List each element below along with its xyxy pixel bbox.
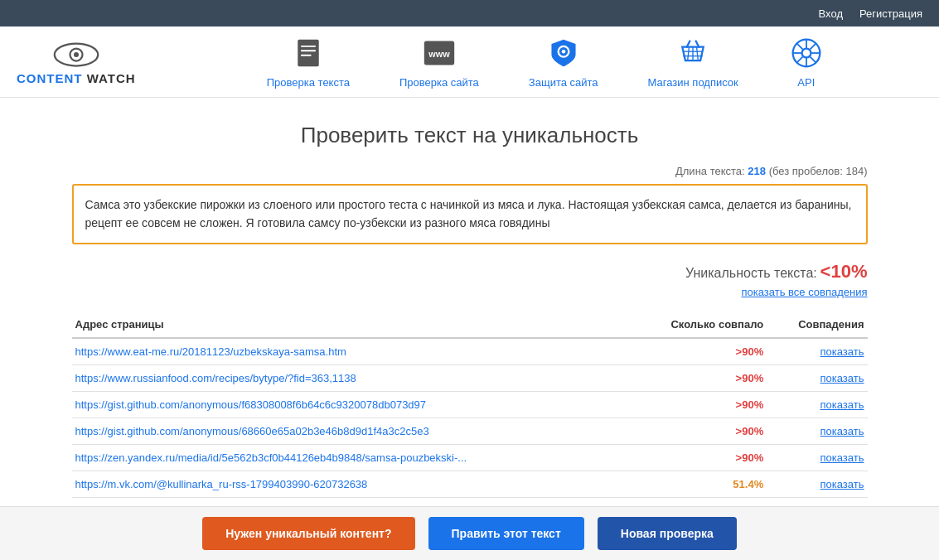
table-row: https://gist.github.com/anonymous/f68308… [72,391,868,418]
svg-rect-4 [301,46,316,47]
header: CONTENT WATCH Проверка текста www [0,27,939,98]
svg-line-24 [810,43,816,49]
doc-icon [290,35,327,71]
col-matches-header: Совпадения [767,311,867,338]
svg-text:www: www [428,49,450,59]
url-link[interactable]: https://gist.github.com/anonymous/f68308… [75,398,427,411]
nav-protect-site[interactable]: Защита сайта [529,35,598,89]
shield-icon [545,35,582,71]
nav-api[interactable]: API [788,35,825,89]
show-match-link[interactable]: показать [820,398,864,411]
logo[interactable]: CONTENT WATCH [17,38,136,85]
table-row: https://www.russianfood.com/recipes/byty… [72,364,868,391]
basket-icon [675,35,711,71]
page-title: Проверить текст на уникальность [72,123,868,148]
svg-rect-6 [301,55,312,56]
svg-rect-5 [301,50,316,51]
uniqueness-row: Уникальность текста: <10% [72,261,868,282]
register-link[interactable]: Регистрация [859,7,922,20]
svg-line-15 [697,47,699,60]
btn-unique-content[interactable]: Нужен уникальный контент? [202,517,414,550]
show-match-link[interactable]: показать [820,478,864,490]
url-link[interactable]: https://www.russianfood.com/recipes/byty… [75,372,356,384]
match-pct: >90% [736,345,764,358]
btn-edit-text[interactable]: Править этот текст [428,517,584,550]
nav-check-text[interactable]: Проверка текста [267,35,350,89]
login-link[interactable]: Вход [819,7,843,20]
col-count-header: Сколько совпало [629,311,767,338]
svg-line-13 [688,47,690,60]
top-bar: Вход Регистрация [0,0,939,27]
show-all-matches-link[interactable]: показать все совпадения [72,286,868,298]
url-link[interactable]: https://www.eat-me.ru/20181123/uzbekskay… [75,345,346,358]
match-pct: >90% [736,451,764,464]
show-match-link[interactable]: показать [820,345,864,358]
show-match-link[interactable]: показать [820,451,864,464]
table-row: https://m.vk.com/@kullinarka_ru-rss-1799… [72,471,868,497]
logo-icon [51,38,101,71]
www-icon: www [421,35,457,71]
main-content: Проверить текст на уникальность Длина те… [56,98,884,560]
svg-point-17 [801,49,811,58]
logo-text: CONTENT WATCH [17,71,136,85]
input-text-display: Самса это узбекские пирожки из слоеного … [72,184,868,244]
svg-rect-3 [298,40,318,67]
api-icon [788,35,825,71]
text-length-info: Длина текста: 218 (без пробелов: 184) [72,165,868,177]
svg-line-23 [810,57,816,63]
main-nav: Проверка текста www Проверка сайта Защит [169,35,922,89]
svg-line-22 [796,43,802,49]
match-pct: >90% [736,398,764,411]
nav-check-site[interactable]: www Проверка сайта [399,35,479,89]
btn-new-check[interactable]: Новая проверка [598,517,737,550]
bottom-bar: Нужен уникальный контент? Править этот т… [0,506,939,560]
svg-line-25 [796,57,802,63]
nav-shop[interactable]: Магазин подписок [648,35,738,89]
match-pct: >90% [736,372,764,384]
show-match-link[interactable]: показать [820,372,864,384]
url-link[interactable]: https://zen.yandex.ru/media/id/5e562b3cf… [75,451,467,464]
url-link[interactable]: https://m.vk.com/@kullinarka_ru-rss-1799… [75,478,368,490]
table-row: https://www.eat-me.ru/20181123/uzbekskay… [72,338,868,365]
svg-point-10 [561,50,565,54]
svg-point-2 [74,52,79,57]
show-match-link[interactable]: показать [820,425,864,437]
col-url-header: Адрес страницы [72,311,629,338]
match-pct: >90% [736,425,764,437]
table-row: https://zen.yandex.ru/media/id/5e562b3cf… [72,444,868,471]
url-link[interactable]: https://gist.github.com/anonymous/68660e… [75,425,429,437]
table-row: https://gist.github.com/anonymous/68660e… [72,418,868,444]
match-pct: 51.4% [733,478,763,490]
